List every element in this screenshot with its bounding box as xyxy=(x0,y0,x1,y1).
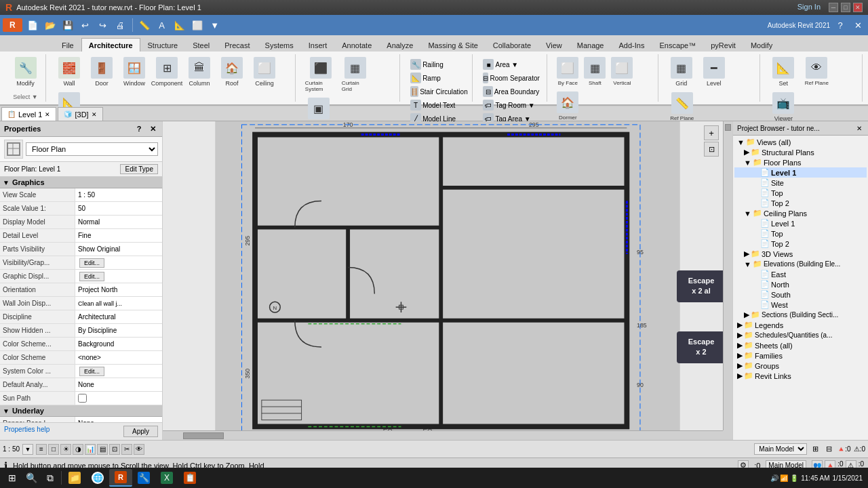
vertical-button[interactable]: ⬜ Vertical xyxy=(610,56,634,87)
model-text-button[interactable]: T Model Text xyxy=(408,99,467,111)
show-analytics-button[interactable]: 📊 xyxy=(85,444,96,455)
tab-precast[interactable]: Precast xyxy=(217,38,257,52)
qat-measure[interactable]: 📏 xyxy=(137,18,152,33)
worksets-button[interactable]: ⊞ xyxy=(810,444,821,455)
pb-ceiling-top2[interactable]: 📄 Top 2 xyxy=(734,239,867,249)
tab-pyrevit[interactable]: pyRevit xyxy=(703,38,743,52)
pb-elevations[interactable]: ▼ 📁 Elevations (Building Ele... xyxy=(734,259,867,269)
tab-architecture[interactable]: Architecture xyxy=(81,38,140,52)
partsvis-value[interactable]: Show Original xyxy=(75,243,162,256)
rangebase-value[interactable]: None xyxy=(75,417,162,422)
tab-level1[interactable]: 📋 Level 1 ✕ xyxy=(1,107,56,121)
pb-top2[interactable]: 📄 Top 2 xyxy=(734,198,867,208)
curtain-grid-button[interactable]: ▦ Curtain Grid xyxy=(340,56,370,94)
scroll-thumb-horizontal[interactable] xyxy=(183,432,224,439)
escape-badge-2[interactable]: Escapex 2 xyxy=(677,331,726,363)
level-button[interactable]: ━ Level xyxy=(699,56,729,88)
scrollbar-horizontal[interactable] xyxy=(163,430,723,440)
pb-floor-plans[interactable]: ▼ 📁 Floor Plans xyxy=(734,157,867,167)
colorscheme2-value[interactable]: <none> xyxy=(75,351,162,364)
application-button[interactable]: R xyxy=(3,18,22,32)
colorscheme-value[interactable]: Background xyxy=(75,338,162,350)
scale-dropdown-button[interactable]: ▼ xyxy=(22,444,33,455)
tab-file[interactable]: File xyxy=(54,38,81,52)
discipline-value[interactable]: Architectural xyxy=(75,310,162,323)
pb-ceiling-level1[interactable]: 📄 Level 1 xyxy=(734,218,867,228)
roof-button[interactable]: 🏠 Roof xyxy=(217,56,247,88)
qat-open[interactable]: 📂 xyxy=(43,18,58,33)
pb-east[interactable]: 📄 East xyxy=(734,269,867,279)
modify-button[interactable]: 🔧 Modify xyxy=(11,56,40,88)
qat-new[interactable]: 📄 xyxy=(25,18,40,33)
underlay-section-header[interactable]: ▼ Underlay xyxy=(0,405,162,417)
component-button[interactable]: ⊞ Component xyxy=(152,56,182,88)
tab-collaborate[interactable]: Collaborate xyxy=(486,38,538,52)
tab-steel[interactable]: Steel xyxy=(185,38,217,52)
area-boundary-button[interactable]: ⊟ Area Boundary xyxy=(481,85,541,98)
edit-type-button[interactable]: Edit Type xyxy=(120,164,158,174)
room-separator-button[interactable]: ⊟ Room Separator xyxy=(481,72,541,84)
railing-button[interactable]: 🔧 Railing xyxy=(408,58,467,70)
tab-manage[interactable]: Manage xyxy=(570,38,612,52)
taskbar-app3[interactable]: 📋 xyxy=(178,469,201,487)
window-button[interactable]: 🪟 Window xyxy=(119,56,149,88)
qat-annotate[interactable]: A xyxy=(155,18,170,33)
tab-annotate[interactable]: Annotate xyxy=(334,38,379,52)
qat-undo[interactable]: ↩ xyxy=(78,18,93,33)
door-button[interactable]: 🚪 Door xyxy=(87,56,117,88)
taskview-button[interactable]: ⧉ xyxy=(41,469,60,487)
detaillevel-value[interactable]: Fine xyxy=(75,229,162,242)
properties-help-icon[interactable]: ? xyxy=(134,123,144,134)
start-button[interactable]: ⊞ xyxy=(3,469,22,487)
pb-ceiling-top[interactable]: 📄 Top xyxy=(734,228,867,239)
viewscale-value[interactable]: 1 : 50 xyxy=(75,188,162,201)
tab-view[interactable]: View xyxy=(538,38,570,52)
taskbar-chrome[interactable]: 🌐 xyxy=(86,469,109,487)
tab-analyze[interactable]: Analyze xyxy=(379,38,420,52)
pb-sections[interactable]: ▶ 📁 Sections (Building Secti... xyxy=(734,310,867,320)
pb-north[interactable]: 📄 North xyxy=(734,279,867,289)
qat-redo[interactable]: ↪ xyxy=(96,18,111,33)
design-options-button[interactable]: ⊟ xyxy=(823,444,834,455)
pb-legends[interactable]: ▶ 📁 Legends xyxy=(734,320,867,330)
show-workplane-button[interactable]: 👁 Ref Plane xyxy=(801,56,832,87)
close-button[interactable]: ✕ xyxy=(853,3,863,12)
pb-sheets[interactable]: ▶ 📁 Sheets (all) xyxy=(734,340,867,350)
pb-schedules[interactable]: ▶ 📁 Schedules/Quantities (a... xyxy=(734,330,867,340)
displaymodel-value[interactable]: Normal xyxy=(75,216,162,228)
qat-more[interactable]: ▼ xyxy=(208,18,222,33)
graphics-section-header[interactable]: ▼ Graphics xyxy=(0,177,162,188)
tab-systems[interactable]: Systems xyxy=(258,38,301,52)
taskbar-app2[interactable]: 🔧 xyxy=(132,469,155,487)
tab-structure[interactable]: Structure xyxy=(140,38,186,52)
zoom-fit-button[interactable]: ⊡ xyxy=(704,142,719,157)
shaft-button[interactable]: ▦ Shaft xyxy=(583,56,607,87)
qat-print[interactable]: 🖨 xyxy=(113,18,128,33)
stair-button[interactable]: 🪜 Stair Circulation xyxy=(408,85,467,98)
level1-tab-close[interactable]: ✕ xyxy=(45,111,50,118)
pb-families[interactable]: ▶ 📁 Families xyxy=(734,350,867,361)
orientation-value[interactable]: Project North xyxy=(75,283,162,296)
qat-save[interactable]: 💾 xyxy=(60,18,75,33)
sun-path-button[interactable]: ☀ xyxy=(60,444,71,455)
tab-addins[interactable]: Add-Ins xyxy=(612,38,652,52)
tab-enscape[interactable]: Enscape™ xyxy=(652,38,703,52)
highlight-displace-button[interactable]: ▤ xyxy=(97,444,108,455)
scroll-thumb-vertical[interactable] xyxy=(725,124,731,131)
taskbar-explorer[interactable]: 📁 xyxy=(63,469,86,487)
3d-tab-close[interactable]: ✕ xyxy=(92,111,97,118)
pb-close-icon[interactable]: ✕ xyxy=(854,123,864,133)
systemcolor-edit-button[interactable]: Edit... xyxy=(79,367,104,376)
maximize-button[interactable]: □ xyxy=(841,3,850,12)
qat-tag[interactable]: ⬜ xyxy=(190,18,205,33)
graphicdisp-edit-button[interactable]: Edit... xyxy=(79,272,104,281)
curtain-system-button[interactable]: ⬛ Curtain System xyxy=(304,56,338,94)
minimize-button[interactable]: ─ xyxy=(829,3,838,12)
pb-west[interactable]: 📄 West xyxy=(734,300,867,310)
search-button[interactable]: 🔍 xyxy=(22,469,41,487)
pb-site[interactable]: 📄 Site xyxy=(734,178,867,188)
crop-region-vis-button[interactable]: ⊡ xyxy=(109,444,120,455)
taskbar-excel[interactable]: X xyxy=(155,469,178,487)
pb-3d-views[interactable]: ▶ 📁 3D Views xyxy=(734,249,867,259)
column-button[interactable]: 🏛 Column xyxy=(184,56,214,88)
